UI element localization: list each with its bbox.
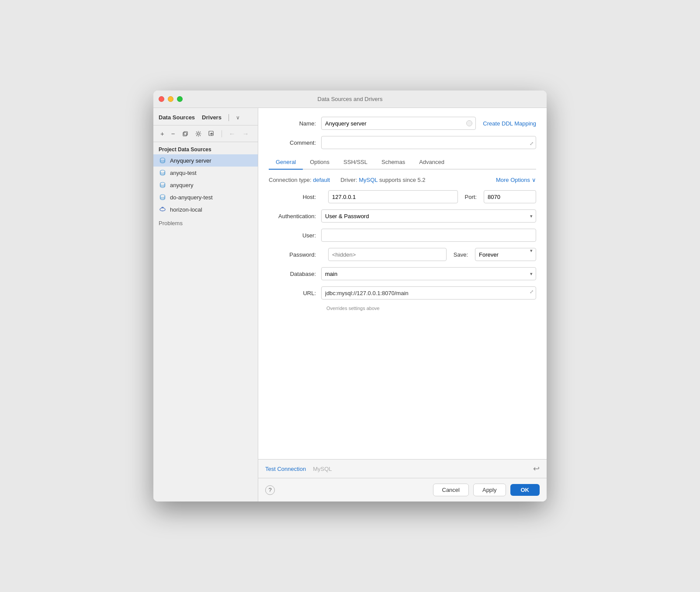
- comment-expand-icon[interactable]: ⤢: [530, 141, 534, 146]
- comment-input-wrapper: ⤢: [321, 136, 536, 149]
- host-input[interactable]: [328, 190, 458, 203]
- svg-rect-1: [184, 132, 187, 135]
- sidebar-item-anyqu-test[interactable]: anyqu-test: [153, 167, 258, 179]
- url-expand-icon[interactable]: ⤢: [530, 289, 534, 295]
- back-button[interactable]: ←: [227, 129, 237, 138]
- url-input[interactable]: [321, 286, 536, 299]
- sidebar-divider: [229, 114, 229, 121]
- user-label: User:: [269, 232, 321, 239]
- user-row: User:: [269, 229, 536, 242]
- sidebar-item-do-anyquery-test-label: do-anyquery-test: [170, 194, 213, 201]
- name-input-wrapper: [321, 117, 476, 130]
- section-label: Project Data Sources: [153, 142, 258, 154]
- sidebar-item-horizon-local[interactable]: horizon-local: [153, 203, 258, 216]
- mysql-label: MySQL: [313, 466, 332, 472]
- name-input[interactable]: [321, 117, 476, 130]
- anyqu-test-icon: [159, 169, 166, 177]
- host-label: Host:: [269, 194, 321, 200]
- title-bar: Data Sources and Drivers: [153, 91, 547, 108]
- problems-label: Problems: [159, 220, 183, 226]
- password-row: Password: Save: Forever Until restart Ne…: [269, 248, 536, 261]
- database-select[interactable]: main: [321, 267, 536, 280]
- anyquery-icon: [159, 181, 166, 189]
- apply-button[interactable]: Apply: [473, 484, 506, 496]
- minimize-button[interactable]: [168, 96, 173, 102]
- copy-datasource-button[interactable]: [180, 130, 190, 138]
- close-button[interactable]: [159, 96, 164, 102]
- sidebar-item-anyquery[interactable]: anyquery: [153, 179, 258, 191]
- form-area: Name: Create DDL Mapping Comment: ⤢: [258, 108, 547, 459]
- sidebar-item-anyqu-test-label: anyqu-test: [170, 170, 197, 176]
- tab-schemas[interactable]: Schemas: [374, 155, 412, 170]
- anyquery-server-icon: [159, 157, 166, 164]
- overrides-text: Overrides settings above: [321, 306, 536, 311]
- name-label: Name:: [269, 120, 321, 127]
- database-select-wrapper: main ▾: [321, 267, 536, 280]
- tab-data-sources[interactable]: Data Sources: [159, 112, 195, 122]
- sidebar-item-anyquery-label: anyquery: [170, 182, 193, 188]
- database-label: Database:: [269, 271, 321, 277]
- help-button[interactable]: ?: [265, 485, 275, 495]
- sidebar: Data Sources Drivers ∨ + −: [153, 108, 258, 501]
- problems-section: Problems: [153, 216, 258, 231]
- conn-type-label: Connection type: default: [269, 177, 330, 183]
- sidebar-item-do-anyquery-test[interactable]: do-anyquery-test: [153, 191, 258, 203]
- connection-type-row: Connection type: default Driver: MySQL s…: [269, 177, 536, 183]
- auth-select-wrapper: User & Password No Auth LDAP ▾: [321, 209, 536, 223]
- forward-button[interactable]: →: [241, 129, 251, 138]
- reset-button[interactable]: ↩: [533, 464, 540, 474]
- sidebar-header: Data Sources Drivers ∨: [153, 108, 258, 125]
- user-input[interactable]: [321, 229, 536, 242]
- driver-link[interactable]: MySQL: [359, 177, 378, 183]
- settings-button[interactable]: [194, 130, 203, 138]
- maximize-button[interactable]: [177, 96, 183, 102]
- traffic-lights: [159, 96, 183, 102]
- sidebar-toolbar: + −: [153, 125, 258, 142]
- host-port-row: Host: Port:: [269, 190, 536, 203]
- auth-select[interactable]: User & Password No Auth LDAP: [321, 209, 536, 223]
- sidebar-chevron-icon[interactable]: ∨: [236, 115, 240, 121]
- password-input[interactable]: [328, 248, 447, 261]
- main-content: Data Sources Drivers ∨ + −: [153, 108, 547, 501]
- create-ddl-link[interactable]: Create DDL Mapping: [483, 120, 536, 127]
- tab-ssh-ssl[interactable]: SSH/SSL: [336, 155, 374, 170]
- password-wrapper: [328, 248, 447, 261]
- port-label: Port:: [465, 194, 477, 200]
- tab-drivers[interactable]: Drivers: [202, 112, 222, 122]
- auth-label: Authentication:: [269, 213, 321, 219]
- svg-point-2: [197, 132, 199, 135]
- tab-general[interactable]: General: [269, 155, 303, 170]
- more-options-button[interactable]: More Options ∨: [496, 177, 536, 183]
- comment-label: Comment:: [269, 139, 321, 146]
- svg-rect-0: [183, 132, 187, 136]
- more-options-chevron-icon: ∨: [532, 177, 536, 183]
- connection-type-link[interactable]: default: [313, 177, 330, 183]
- window-title: Data Sources and Drivers: [318, 96, 383, 102]
- tab-options[interactable]: Options: [303, 155, 336, 170]
- auth-row: Authentication: User & Password No Auth …: [269, 209, 536, 223]
- toolbar-separator: [222, 130, 222, 137]
- save-label: Save:: [454, 251, 468, 258]
- main-window: Data Sources and Drivers Data Sources Dr…: [153, 91, 547, 501]
- sidebar-item-horizon-local-label: horizon-local: [170, 206, 202, 213]
- do-anyquery-test-icon: [159, 193, 166, 201]
- footer-buttons: ? Cancel Apply OK: [258, 478, 547, 501]
- save-select-wrapper: Forever Until restart Never ▾: [475, 248, 536, 261]
- port-input[interactable]: [484, 190, 536, 203]
- cancel-button[interactable]: Cancel: [433, 484, 469, 496]
- remove-datasource-button[interactable]: −: [170, 129, 177, 138]
- sidebar-item-anyquery-server[interactable]: Anyquery server: [153, 154, 258, 167]
- test-connection-link[interactable]: Test Connection: [265, 466, 306, 472]
- tab-advanced[interactable]: Advanced: [412, 155, 451, 170]
- sidebar-item-anyquery-server-label: Anyquery server: [170, 157, 211, 164]
- export-button[interactable]: [207, 130, 216, 138]
- add-datasource-button[interactable]: +: [159, 129, 166, 138]
- url-label: URL:: [269, 290, 321, 296]
- right-panel: Name: Create DDL Mapping Comment: ⤢: [258, 108, 547, 501]
- comment-input[interactable]: [321, 136, 536, 149]
- bottom-bar: Test Connection MySQL ↩: [258, 459, 547, 478]
- driver-label: Driver: MySQL supports since 5.2: [340, 177, 425, 183]
- ok-button[interactable]: OK: [510, 484, 540, 496]
- save-select[interactable]: Forever Until restart Never: [475, 248, 536, 261]
- url-input-wrapper: ⤢: [321, 286, 536, 299]
